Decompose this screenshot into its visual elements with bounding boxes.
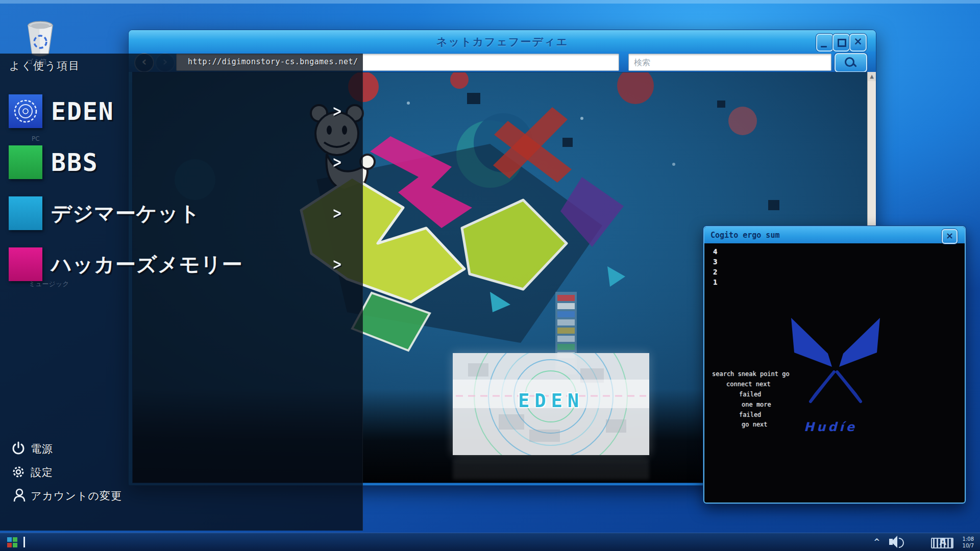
browser-titlebar[interactable]: ネットカフェフーディエ	[129, 30, 876, 52]
power-label: 電源	[31, 442, 53, 456]
terminal-line: failed	[739, 411, 761, 418]
eden-login-panel[interactable]: EDEN	[453, 353, 649, 455]
scrollbar-up-icon[interactable]: ▲	[868, 72, 876, 81]
desktop-top-highlight	[0, 0, 980, 4]
menu-item-eden[interactable]: EDEN >	[0, 94, 362, 128]
eden-emblem-icon	[9, 94, 42, 128]
desktop-label-music: ミュージック	[29, 280, 69, 289]
menu-header: よく使う項目	[9, 59, 80, 73]
minimize-button[interactable]	[816, 34, 834, 52]
power-button[interactable]: 電源	[0, 440, 204, 458]
terminal-line: one more	[742, 401, 771, 408]
hudie-logo-text: Hudíe	[792, 420, 869, 434]
search-input[interactable]	[628, 54, 831, 71]
countdown-number: 4	[713, 247, 717, 256]
terminal-close-button[interactable]: ×	[942, 229, 958, 244]
eden-logo: EDEN	[453, 390, 649, 412]
chevron-right-icon: >	[332, 196, 342, 230]
settings-button[interactable]: 設定	[0, 464, 204, 481]
power-icon	[11, 441, 26, 458]
search-icon[interactable]	[835, 53, 867, 72]
digimarket-icon	[9, 196, 42, 230]
terminal-title: Cogito ergo sum	[710, 231, 779, 240]
clock[interactable]: 1:08 10/7	[963, 536, 974, 551]
terminal-line: go next	[742, 421, 768, 428]
chevron-right-icon: >	[332, 145, 342, 179]
countdown-number: 2	[713, 268, 717, 276]
terminal-body: 4 3 2 1 search sneak point go connect ne…	[704, 243, 965, 502]
user-icon	[13, 488, 26, 505]
bbs-icon	[9, 145, 42, 179]
menu-item-label: ハッカーズメモリー	[51, 247, 243, 281]
terminal-window: Cogito ergo sum × 4 3 2 1 search sneak p…	[703, 226, 966, 504]
url-text: http://digimonstory-cs.bngames.net/	[188, 57, 358, 66]
menu-item-hackers-memory[interactable]: ハッカーズメモリー >	[0, 247, 362, 281]
tray-chevron-icon[interactable]: ^	[873, 537, 880, 551]
start-menu-icon[interactable]	[7, 537, 18, 548]
countdown-number: 1	[713, 278, 717, 286]
chevron-right-icon: >	[332, 94, 342, 128]
account-change-label: アカウントの変更	[31, 489, 122, 503]
menu-item-bbs[interactable]: BBS >	[0, 145, 362, 179]
menu-item-label: EDEN	[51, 94, 114, 128]
menu-item-label: デジマーケット	[51, 196, 201, 230]
gear-icon	[11, 465, 26, 481]
speaker-icon[interactable]	[889, 533, 904, 551]
terminal-titlebar[interactable]: Cogito ergo sum	[704, 227, 965, 243]
app-menu-overlay: ゴミ箱 よく使う項目 EDEN > PC BBS > デジマーケット >	[0, 54, 363, 531]
clock-time: 1:08	[963, 536, 974, 542]
recycle-bin-icon[interactable]	[24, 20, 56, 57]
settings-label: 設定	[31, 465, 53, 480]
terminal-line: connect next	[726, 381, 771, 388]
clock-date: 10/7	[963, 542, 974, 549]
terminal-line: failed	[739, 391, 761, 398]
text-cursor	[23, 537, 25, 547]
browser-title: ネットカフェフーディエ	[129, 35, 876, 49]
desktop-label-pc: PC	[32, 135, 40, 142]
account-change-button[interactable]: アカウントの変更	[0, 487, 204, 505]
hackers-memory-icon	[9, 247, 42, 281]
chevron-right-icon: >	[332, 247, 342, 281]
menu-item-label: BBS	[51, 145, 99, 179]
menu-item-digimarket[interactable]: デジマーケット >	[0, 196, 362, 230]
close-button[interactable]: ×	[849, 34, 867, 52]
countdown-number: 3	[713, 258, 717, 266]
desktop: ネットカフェフーディエ × ‹ ›	[0, 0, 980, 551]
taskbar: ^ A 1:08 10/7	[0, 533, 980, 551]
maximize-button[interactable]	[832, 34, 850, 52]
eden-panel-reflection	[453, 459, 649, 480]
ime-indicator[interactable]: A	[940, 537, 946, 551]
hudie-butterfly-icon	[777, 310, 894, 427]
